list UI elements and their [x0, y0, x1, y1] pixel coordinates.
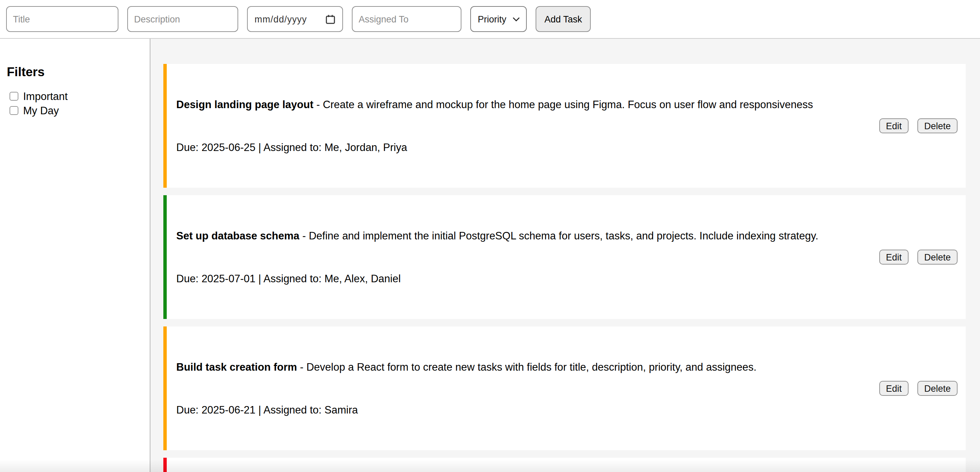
task-meta: Due: 2025-06-21 | Assigned to: Samira [176, 403, 756, 417]
assignees: Samira [325, 404, 358, 416]
filter-my-day-label: My Day [23, 104, 59, 117]
chevron-down-icon [512, 17, 520, 21]
description-input[interactable] [127, 6, 238, 32]
due-date-input[interactable]: mm/dd/yyyy [247, 6, 343, 32]
task-actions: Edit Delete [868, 250, 958, 265]
task-title-line: Design landing page layout - Create a wi… [176, 97, 813, 111]
due-label: Due: [176, 141, 202, 153]
filter-important-label: Important [23, 90, 68, 102]
task-meta: Due: 2025-06-25 | Assigned to: Me, Jorda… [176, 140, 813, 154]
due-label: Due: [176, 404, 202, 416]
task-description: Create a wireframe and mockup for the ho… [323, 99, 813, 110]
delete-button[interactable]: Delete [917, 250, 958, 265]
task-title: Design landing page layout [176, 99, 313, 110]
edit-button[interactable]: Edit [879, 381, 908, 396]
task-description: Define and implement the initial Postgre… [309, 230, 818, 242]
priority-select[interactable]: Priority [470, 6, 527, 32]
due-label: Due: [176, 273, 202, 284]
main-panel: Design landing page layout - Create a wi… [150, 39, 980, 472]
task-description: Develop a React form to create new tasks… [306, 361, 756, 373]
task-card: Implement user authentication - Set up a… [163, 458, 966, 472]
priority-color-bar [163, 195, 167, 319]
assigned-to-input[interactable] [352, 6, 461, 32]
filters-heading: Filters [7, 65, 143, 79]
due-date: 2025-06-25 [202, 141, 256, 153]
task-text: Set up database schema - Define and impl… [176, 200, 818, 314]
assignees: Me, Alex, Daniel [325, 273, 401, 284]
title-separator: - [299, 230, 309, 242]
task-actions: Edit Delete [868, 118, 958, 133]
meta-separator: | [256, 141, 264, 153]
important-checkbox[interactable] [10, 92, 18, 101]
due-date: 2025-06-21 [202, 404, 256, 416]
assigned-label: Assigned to: [263, 141, 324, 153]
priority-color-bar [163, 458, 167, 472]
date-placeholder: mm/dd/yyyy [255, 14, 307, 24]
task-card: Set up database schema - Define and impl… [163, 195, 966, 319]
task-meta: Due: 2025-07-01 | Assigned to: Me, Alex,… [176, 271, 818, 286]
filter-important[interactable]: Important [7, 89, 143, 103]
edit-button[interactable]: Edit [879, 118, 908, 133]
meta-separator: | [256, 404, 264, 416]
my-day-checkbox[interactable] [10, 106, 18, 115]
priority-color-bar [163, 64, 167, 188]
app: mm/dd/yyyy Priority Add Task Filter [0, 0, 980, 472]
task-title-line: Build task creation form - Develop a Rea… [176, 360, 756, 374]
assigned-label: Assigned to: [263, 273, 324, 284]
task-title: Build task creation form [176, 361, 297, 373]
task-card: Build task creation form - Develop a Rea… [163, 326, 966, 450]
edit-button[interactable]: Edit [879, 250, 908, 265]
filter-my-day[interactable]: My Day [7, 103, 143, 118]
title-input[interactable] [6, 6, 118, 32]
task-title-line: Set up database schema - Define and impl… [176, 229, 818, 243]
title-separator: - [297, 361, 307, 373]
assigned-label: Assigned to: [263, 404, 324, 416]
title-separator: - [313, 99, 323, 110]
task-text: Design landing page layout - Create a wi… [176, 69, 813, 183]
task-title: Set up database schema [176, 230, 299, 242]
toolbar: mm/dd/yyyy Priority Add Task [0, 0, 980, 39]
content: Filters Important My Day Design landing … [0, 39, 980, 472]
calendar-icon[interactable] [325, 14, 336, 24]
task-text: Build task creation form - Develop a Rea… [176, 331, 756, 445]
sidebar: Filters Important My Day [0, 39, 150, 472]
priority-select-value: Priority [478, 14, 506, 24]
task-card: Design landing page layout - Create a wi… [163, 64, 966, 188]
assignees: Me, Jordan, Priya [325, 141, 407, 153]
delete-button[interactable]: Delete [917, 118, 958, 133]
due-date: 2025-07-01 [202, 273, 256, 284]
delete-button[interactable]: Delete [917, 381, 958, 396]
task-actions: Edit Delete [868, 381, 958, 396]
task-text: Implement user authentication - Set up a… [176, 462, 732, 472]
meta-separator: | [256, 273, 264, 284]
priority-color-bar [163, 326, 167, 450]
add-task-button[interactable]: Add Task [536, 6, 591, 32]
